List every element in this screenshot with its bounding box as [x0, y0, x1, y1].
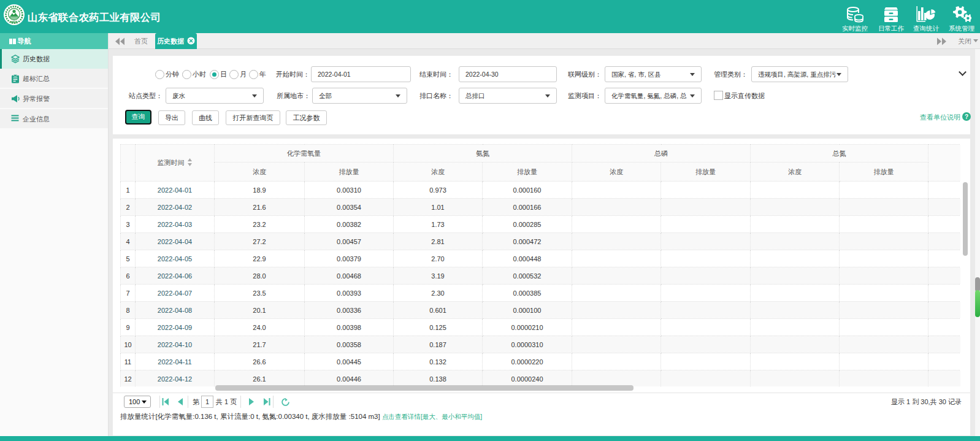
svg-text:MEE: MEE [11, 20, 18, 24]
svg-text:?: ? [965, 113, 968, 120]
